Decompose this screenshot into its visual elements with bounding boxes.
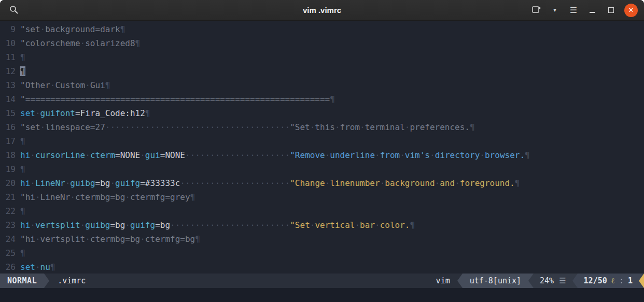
line-number: 10: [0, 36, 16, 50]
token-ws: ·: [435, 178, 440, 188]
close-icon: ✕: [628, 4, 634, 17]
editor[interactable]: 9"set·background=dark¶10"colorscheme·sol…: [0, 21, 644, 274]
line-content: "set·background=dark¶: [20, 24, 125, 34]
token-cm: ctermfg=bg: [145, 234, 195, 244]
line-content: hi·cursorLine·cterm=NONE·gui=NONE·······…: [20, 150, 530, 160]
token-ws: ·: [85, 234, 90, 244]
maximize-button[interactable]: [606, 3, 616, 18]
token-ws: ·: [40, 122, 46, 132]
search-button[interactable]: [8, 3, 19, 18]
token-ws: ·: [375, 220, 380, 230]
token-eol: ¶: [20, 206, 25, 216]
token-cm: "=======================================…: [20, 94, 330, 104]
new-terminal-button[interactable]: [531, 3, 541, 18]
powerline-separator: [528, 274, 534, 288]
editor-line: 16"set·linespace=27·····················…: [0, 120, 644, 134]
token-eol: ¶: [470, 122, 475, 132]
token-ws: ·: [65, 178, 71, 188]
token-pl: =NONE: [115, 150, 140, 160]
token-cy: "Set: [290, 220, 310, 230]
token-pl: =bg: [155, 220, 170, 230]
line-content: "set·linespace=27·······················…: [20, 122, 475, 132]
titlebar[interactable]: vim .vimrc ▾ ☰: [0, 0, 644, 21]
token-ws: ·: [125, 192, 130, 202]
line-content: ¶: [20, 52, 25, 62]
line-number: 24: [0, 232, 16, 246]
line-content: hi·LineNr·guibg=bg·guifg=#33333c········…: [20, 178, 520, 188]
powerline-separator: [572, 274, 578, 288]
token-ws: ·: [310, 122, 315, 132]
token-kw: hi: [20, 150, 30, 160]
token-ws: ·: [30, 150, 35, 160]
line-number: 20: [0, 176, 16, 190]
token-cm: ctermfg=grey: [130, 192, 190, 202]
token-kw: hi: [20, 220, 30, 230]
token-ws: ·: [85, 150, 90, 160]
token-ws: ·: [325, 178, 330, 188]
token-ws: ·····································: [105, 122, 290, 132]
token-cy: and: [440, 178, 455, 188]
mode-indicator: NORMAL: [0, 274, 44, 288]
powerline-separator: [44, 274, 49, 288]
powerline-separator: [457, 274, 463, 288]
line-number: 9: [0, 22, 16, 36]
token-eol: ¶: [190, 192, 195, 202]
line-number: 13: [0, 78, 16, 92]
line-content: "Other·Custom·Gui¶: [20, 80, 110, 90]
token-ws: ·: [355, 220, 360, 230]
editor-line: 12¶: [0, 64, 644, 78]
token-ws: ·: [85, 80, 90, 90]
cursor-position: 12/50 ℓ : 1: [578, 274, 639, 288]
token-eol: ¶: [50, 262, 55, 272]
filetype-indicator: vim: [429, 274, 457, 288]
token-cb: browser.: [485, 150, 525, 160]
line-number: 15: [0, 106, 16, 120]
token-eol: ¶: [525, 150, 530, 160]
token-cm: background=dark: [45, 24, 120, 34]
token-id: guifont: [40, 108, 75, 118]
statusbar: NORMAL .vimrc vim utf-8[unix] 24% ☰ 12/5…: [0, 274, 644, 288]
editor-line: 20hi·LineNr·guibg=bg·guifg=#33333c······…: [0, 176, 644, 190]
line-content: "colorscheme·solarized8¶: [20, 38, 140, 48]
line-content: hi·vertsplit·guibg=bg·guifg=bg··········…: [20, 220, 415, 230]
filename: .vimrc: [49, 274, 94, 288]
token-ws: ·: [400, 150, 405, 160]
token-eol: ¶: [515, 178, 520, 188]
token-ws: ·: [50, 80, 55, 90]
line-content: "hi·LineNr·ctermbg=bg·ctermfg=grey¶: [20, 192, 195, 202]
token-pl: =Fira_Code:h12: [75, 108, 145, 118]
token-cm: ctermbg=bg: [90, 234, 140, 244]
token-ws: ·: [375, 150, 380, 160]
menu-button[interactable]: ☰: [568, 3, 579, 18]
close-button[interactable]: ✕: [624, 4, 638, 17]
token-cm: vertsplit: [40, 234, 86, 244]
token-kw: set: [20, 108, 35, 118]
token-ws: ·: [35, 192, 40, 202]
token-cm: terminal: [365, 122, 405, 132]
token-cy: linenumber: [330, 178, 380, 188]
token-ws: ·: [30, 178, 35, 188]
token-cb: directory: [435, 150, 480, 160]
token-ws: ·: [30, 220, 35, 230]
token-ws: ·: [310, 220, 315, 230]
token-ws: ·: [455, 178, 460, 188]
search-icon: [9, 5, 18, 16]
editor-line: 26set·nu¶: [0, 260, 644, 274]
line-number: 21: [0, 190, 16, 204]
token-cm: linespace=27: [45, 122, 105, 132]
token-id: cursorLine: [35, 150, 85, 160]
minimize-button[interactable]: [587, 3, 597, 18]
chevron-down-icon: ▾: [553, 7, 556, 13]
token-pl: =NONE: [160, 150, 185, 160]
token-cy: background: [385, 178, 435, 188]
token-ws: ·: [70, 192, 75, 202]
token-cm: LineNr: [40, 192, 71, 202]
command-line[interactable]: [0, 288, 644, 302]
token-cm: Custom: [55, 80, 85, 90]
statusbar-spacer: [94, 274, 428, 288]
profiles-dropdown-button[interactable]: ▾: [550, 3, 560, 18]
token-ws: ·: [335, 122, 340, 132]
token-ws: ·: [140, 234, 145, 244]
encoding-indicator: utf-8[unix]: [463, 274, 528, 288]
editor-line: 25¶: [0, 246, 644, 260]
